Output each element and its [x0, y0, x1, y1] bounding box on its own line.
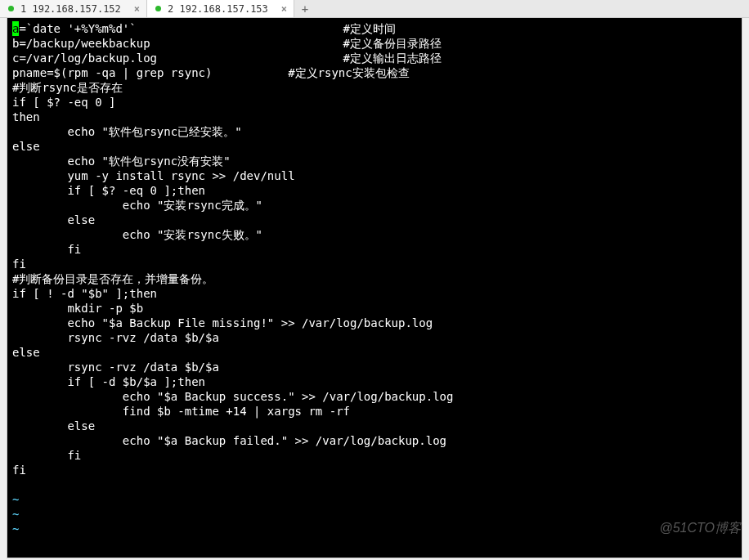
close-icon[interactable]: ×: [280, 3, 289, 15]
vim-empty-line-tilde: ~: [12, 522, 19, 535]
close-icon[interactable]: ×: [132, 3, 141, 15]
add-tab-button[interactable]: +: [294, 0, 316, 17]
terminal-tab-2[interactable]: 2 192.168.157.153 ×: [147, 0, 294, 17]
terminal-container: a=`date '+%Y%m%d'` #定义时间 b=/backup/weekb…: [7, 18, 742, 558]
terminal-tab-1[interactable]: 1 192.168.157.152 ×: [0, 0, 147, 17]
tab-bar: 1 192.168.157.152 × 2 192.168.157.153 × …: [0, 0, 749, 18]
vim-empty-line-tilde: ~: [12, 493, 19, 506]
status-dot-icon: [8, 6, 14, 11]
scrollbar[interactable]: [744, 18, 749, 558]
terminal[interactable]: a=`date '+%Y%m%d'` #定义时间 b=/backup/weekb…: [7, 18, 742, 558]
watermark: @51CTO博客: [659, 520, 741, 537]
vim-empty-line-tilde: ~: [12, 508, 19, 521]
status-dot-icon: [155, 6, 161, 11]
cursor: a: [12, 21, 19, 36]
tab-label: 1 192.168.157.152: [20, 3, 126, 15]
tab-label: 2 192.168.157.153: [168, 3, 273, 15]
